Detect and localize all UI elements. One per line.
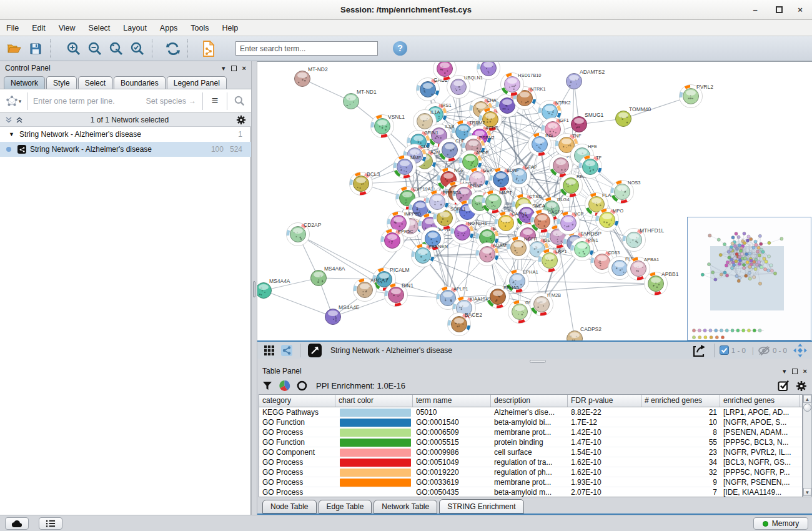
network-node-BIN1[interactable]: BIN1 — [385, 282, 414, 307]
enrichment-row[interactable]: GO ComponentGO:0009986cell surface1.54E-… — [259, 447, 802, 457]
column-header--enriched-genes[interactable]: # enriched genes — [641, 395, 720, 407]
network-node-TOMM40[interactable]: TOMM40 — [616, 106, 651, 127]
collapse-triangle-icon[interactable]: ▼ — [9, 131, 14, 137]
network-node-MT-ND1[interactable]: MT-ND1 — [344, 89, 377, 109]
enrichment-row[interactable]: GO FunctionGO:0001540beta-amyloid bi...1… — [259, 417, 802, 427]
tab-select[interactable]: Select — [78, 76, 112, 89]
enrichment-row[interactable]: KEGG Pathways05010Alzheimer's dise...8.8… — [259, 407, 802, 417]
network-node-ADAM10[interactable]: ADAM10 — [476, 242, 512, 266]
network-node-MTHFD1L[interactable]: MTHFD1L — [623, 227, 665, 252]
table-tab-node-table[interactable]: Node Table — [262, 500, 317, 514]
column-header-term-name[interactable]: term name — [413, 395, 491, 407]
float-panel-icon[interactable] — [792, 369, 798, 374]
column-header-chart-color[interactable]: chart color — [335, 395, 413, 407]
menu-item-apps[interactable]: Apps — [160, 24, 178, 32]
annotation-mode-button[interactable] — [305, 340, 324, 360]
network-node-INS[interactable]: INS — [528, 132, 553, 156]
select-all-checkbox-icon[interactable] — [778, 380, 790, 392]
zoom-fit-button[interactable] — [106, 39, 127, 59]
network-row-selected[interactable]: String Network - Alzheimer's disease 100… — [0, 142, 251, 157]
horizontal-splitter-grip[interactable] — [530, 360, 546, 363]
column-header-enriched-genes[interactable]: enriched genes — [720, 395, 800, 407]
tab-style[interactable]: Style — [46, 76, 77, 89]
menu-item-edit[interactable]: Edit — [32, 24, 46, 32]
zoom-out-button[interactable] — [84, 39, 106, 59]
string-view-button[interactable] — [279, 340, 295, 360]
close-button[interactable]: × — [792, 5, 808, 15]
float-panel-icon[interactable] — [231, 66, 237, 71]
zoom-in-button[interactable] — [63, 39, 84, 59]
filter-icon[interactable] — [262, 381, 272, 390]
gear-icon[interactable] — [236, 115, 246, 125]
pie-chart-icon[interactable] — [279, 380, 290, 392]
term-query-input[interactable] — [33, 97, 146, 106]
network-node-ADAMTS2[interactable]: ADAMTS2 — [567, 69, 605, 89]
birds-eye-view[interactable] — [687, 217, 811, 340]
column-header-category[interactable]: category — [259, 395, 335, 407]
task-history-button[interactable] — [39, 517, 62, 530]
collapse-all-icon[interactable] — [5, 116, 12, 124]
open-session-button[interactable] — [4, 39, 25, 59]
table-scrollbar[interactable]: ▲ ▼ — [803, 394, 812, 497]
tab-boundaries[interactable]: Boundaries — [114, 76, 166, 89]
network-from-file-button[interactable] — [198, 39, 219, 59]
network-node-GAB2[interactable]: GAB2 — [417, 77, 448, 101]
string-search-button[interactable] — [227, 96, 251, 106]
menu-item-select[interactable]: Select — [89, 24, 111, 32]
network-node-VSNL1[interactable]: VSNL1 — [371, 114, 405, 138]
menu-item-file[interactable]: File — [6, 24, 19, 32]
cloud-tasks-button[interactable] — [5, 517, 29, 530]
column-header-description[interactable]: description — [491, 395, 568, 407]
network-node-ITM2B[interactable]: ITM2B — [530, 292, 562, 316]
memory-button[interactable]: Memory — [753, 517, 808, 530]
enrichment-row[interactable]: GO ProcessGO:0019220regulation of ph...1… — [259, 467, 802, 477]
network-node-VCP[interactable]: VCP — [557, 211, 584, 235]
menu-item-layout[interactable]: Layout — [123, 24, 147, 32]
network-node-APBB1[interactable]: APBB1 — [645, 271, 679, 295]
scroll-thumb[interactable] — [803, 404, 811, 412]
panel-splitter[interactable] — [251, 61, 257, 515]
enrichment-row[interactable]: GO ProcessGO:0051049regulation of tra...… — [259, 457, 802, 467]
table-tab-string-enrichment[interactable]: STRING Enrichment — [439, 499, 523, 514]
network-canvas[interactable]: MT-ND2MT-ND1VSNL1GAB2NME8ZCWPW1ADAMTS2PV… — [257, 61, 812, 340]
gear-icon[interactable] — [796, 380, 807, 392]
network-node-BACE2[interactable]: BACE2 — [448, 312, 483, 336]
network-node-CD2AP[interactable]: CD2AP — [287, 222, 322, 246]
enrichment-row[interactable]: GO FunctionGO:0005515protein binding1.47… — [259, 437, 802, 447]
string-source-selector[interactable]: ▾ — [0, 96, 27, 107]
maximize-button[interactable] — [776, 6, 783, 13]
network-node-MS4A6A[interactable]: MS4A6A — [311, 266, 345, 286]
help-button[interactable]: ? — [393, 41, 407, 56]
scroll-up-arrow[interactable]: ▲ — [803, 395, 811, 403]
navigator-toggle-button[interactable] — [790, 340, 811, 360]
splitter-grip[interactable] — [253, 281, 255, 297]
zoom-selected-button[interactable] — [127, 39, 148, 59]
search-input[interactable] — [235, 41, 378, 56]
ring-chart-icon[interactable] — [297, 380, 307, 391]
panel-menu-icon[interactable]: ▾ — [783, 368, 786, 375]
search-options-button[interactable]: ≡ — [203, 94, 227, 107]
scroll-down-arrow[interactable]: ▼ — [803, 488, 811, 496]
network-node-PVRL2[interactable]: PVRL2 — [680, 84, 714, 108]
network-node-TF[interactable]: TF — [579, 155, 602, 179]
tab-legend-panel[interactable]: Legend Panel — [167, 76, 227, 89]
network-node-UBQLN1[interactable]: UBQLN1 — [447, 75, 483, 99]
minimize-button[interactable]: – — [747, 5, 763, 15]
enrichment-row[interactable]: GO ProcessGO:0050435beta-amyloid m...2.0… — [259, 487, 802, 497]
network-node-MT-ND2[interactable]: MT-ND2 — [295, 66, 328, 87]
table-tab-network-table[interactable]: Network Table — [374, 500, 437, 514]
network-node-RELN[interactable]: RELN — [560, 174, 590, 197]
tab-network[interactable]: Network — [4, 76, 45, 89]
network-node-CADPS2[interactable]: CADPS2 — [567, 326, 602, 340]
close-panel-icon[interactable]: × — [803, 368, 807, 375]
column-header-FDR-p-value[interactable]: FDR p-value — [568, 395, 641, 407]
enrichment-row[interactable]: GO ProcessGO:0033619membrane prot...1.93… — [259, 477, 802, 487]
horizontal-splitter[interactable] — [257, 359, 812, 365]
menu-item-help[interactable]: Help — [222, 24, 239, 32]
export-network-button[interactable] — [689, 340, 709, 360]
refresh-layout-button[interactable] — [162, 39, 184, 59]
enrichment-row[interactable]: GO ProcessGO:0006509membrane prot...1.42… — [259, 427, 802, 437]
expand-all-icon[interactable] — [16, 116, 23, 124]
grid-mode-button[interactable] — [260, 340, 279, 360]
menu-item-view[interactable]: View — [59, 24, 76, 32]
